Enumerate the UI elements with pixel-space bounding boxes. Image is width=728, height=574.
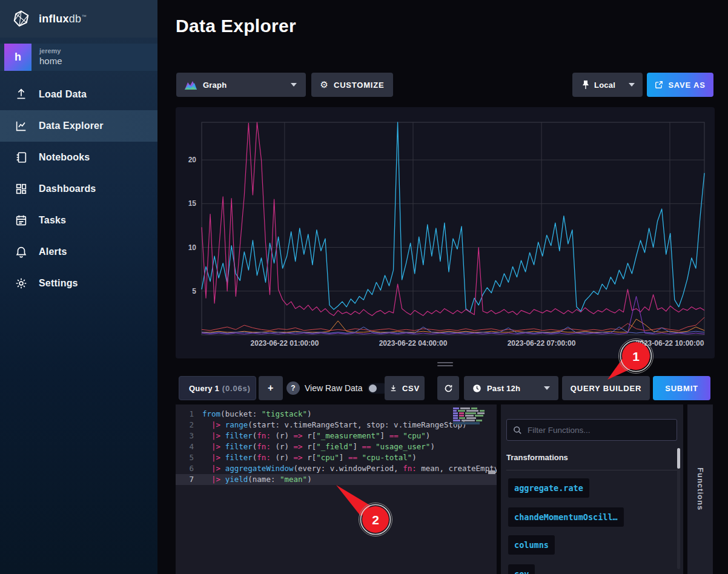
download-icon — [389, 384, 397, 392]
time-range-dropdown[interactable]: Past 12h — [464, 376, 558, 400]
code-line-4: 4 |> filter(fn: (r) => r["_field"] == "u… — [176, 441, 497, 452]
split-drag-handle[interactable] — [437, 362, 453, 368]
filter-functions-input[interactable] — [528, 426, 670, 435]
page-title: Data Explorer — [176, 16, 296, 36]
functions-section-title: Transformations — [506, 453, 568, 462]
refresh-icon — [444, 384, 453, 393]
save-as-button[interactable]: SAVE AS — [647, 73, 713, 97]
sidebar: influxdb™ h jeremy home Load DataData Ex… — [0, 0, 157, 574]
editor-minimap — [453, 407, 487, 426]
chevron-down-icon — [629, 83, 635, 87]
svg-text:20: 20 — [188, 156, 197, 164]
code-line-2: 2 |> range(start: v.timeRangeStart, stop… — [176, 420, 497, 431]
sidebar-item-alerts[interactable]: Alerts — [0, 236, 157, 268]
notebook-icon — [15, 151, 28, 164]
sidebar-item-label: Data Explorer — [39, 120, 104, 131]
function-chip-columns[interactable]: columns — [508, 535, 555, 555]
gear-icon — [15, 277, 28, 290]
sidebar-item-data-explorer[interactable]: Data Explorer — [0, 110, 157, 142]
code-line-1: 1from(bucket: "tigstack") — [176, 409, 497, 420]
svg-text:2023-06-22 07:00:00: 2023-06-22 07:00:00 — [508, 339, 576, 348]
calendar-icon — [15, 214, 28, 227]
export-icon — [655, 81, 663, 89]
code-line-7: 7 |> yield(name: "mean") — [176, 474, 497, 485]
query-duration: (0.06s) — [222, 384, 251, 393]
upload-icon — [15, 88, 28, 101]
brand-text: influxdb™ — [39, 13, 87, 25]
function-chip-chandeMomentumOscill[interactable]: chandeMomentumOscill… — [508, 507, 624, 527]
editor-scrollbar[interactable] — [488, 470, 495, 474]
search-icon — [513, 426, 522, 435]
graph-icon — [185, 81, 197, 90]
bell-icon — [15, 245, 28, 259]
svg-text:2023-06-22 01:00:00: 2023-06-22 01:00:00 — [251, 339, 319, 348]
view-type-label: Graph — [203, 81, 227, 90]
toggle-knob — [369, 384, 377, 392]
influxdb-cube-icon — [12, 10, 30, 28]
divider — [506, 470, 678, 470]
svg-text:15: 15 — [188, 199, 197, 208]
influxdb-logo[interactable]: influxdb™ — [0, 0, 157, 38]
line-chart-icon — [15, 119, 28, 133]
function-chip-aggregate.rate[interactable]: aggregate.rate — [508, 478, 589, 498]
customize-button[interactable]: ⚙ CUSTOMIZE — [311, 73, 393, 97]
sidebar-item-label: Dashboards — [39, 183, 96, 194]
code-line-5: 5 |> filter(fn: (r) => r["cpu"] == "cpu-… — [176, 452, 497, 463]
chart-panel[interactable]: 51015202023-06-22 01:00:002023-06-22 04:… — [176, 107, 715, 358]
chevron-down-icon — [544, 386, 550, 390]
chevron-down-icon — [291, 83, 297, 87]
sidebar-item-label: Load Data — [39, 89, 87, 100]
add-query-button[interactable]: + — [259, 376, 283, 400]
gear-icon: ⚙ — [320, 79, 328, 90]
functions-side-tab[interactable]: Functions — [687, 404, 713, 574]
user-org-switcher[interactable]: h jeremy home — [0, 44, 157, 71]
help-icon[interactable]: ? — [286, 381, 300, 395]
sidebar-item-label: Alerts — [39, 246, 67, 257]
user-name: jeremy — [39, 47, 62, 56]
code-line-3: 3 |> filter(fn: (r) => r["_measurement"]… — [176, 431, 497, 441]
svg-text:2023-06-22 04:00:00: 2023-06-22 04:00:00 — [379, 339, 448, 348]
grid-icon — [15, 182, 28, 196]
scope-dropdown[interactable]: Local — [572, 73, 643, 97]
filter-functions-search[interactable] — [506, 419, 677, 441]
avatar: h — [4, 44, 31, 71]
sidebar-item-settings[interactable]: Settings — [0, 268, 157, 299]
query-builder-button[interactable]: QUERY BUILDER — [562, 376, 650, 400]
view-type-dropdown[interactable]: Graph — [176, 73, 306, 97]
sidebar-item-label: Settings — [39, 278, 78, 289]
sidebar-item-label: Tasks — [39, 215, 66, 226]
sidebar-item-tasks[interactable]: Tasks — [0, 205, 157, 236]
svg-text:10: 10 — [188, 243, 197, 252]
function-chip-cov[interactable]: cov — [508, 564, 535, 574]
flux-code-editor[interactable]: 1from(bucket: "tigstack")2 |> range(star… — [176, 404, 497, 574]
sidebar-item-dashboards[interactable]: Dashboards — [0, 173, 157, 205]
org-name: home — [39, 56, 62, 67]
sidebar-item-notebooks[interactable]: Notebooks — [0, 142, 157, 173]
time-series-chart: 51015202023-06-22 01:00:002023-06-22 04:… — [176, 107, 715, 358]
sidebar-item-label: Notebooks — [39, 152, 90, 163]
functions-scrollbar[interactable] — [677, 448, 680, 569]
sidebar-item-load-data[interactable]: Load Data — [0, 79, 157, 110]
submit-button[interactable]: SUBMIT — [653, 376, 710, 400]
code-line-6: 6 |> aggregateWindow(every: v.windowPeri… — [176, 463, 497, 474]
refresh-button[interactable] — [437, 376, 459, 400]
csv-download-button[interactable]: CSV — [385, 376, 425, 400]
pin-icon — [582, 80, 589, 90]
svg-text:2023-06-22 10:00:00: 2023-06-22 10:00:00 — [636, 339, 704, 348]
view-raw-data-label: View Raw Data — [305, 383, 362, 393]
query-tab[interactable]: Query 1 (0.06s) — [179, 376, 256, 400]
functions-panel: Transformations aggregate.ratechandeMome… — [501, 404, 683, 574]
svg-text:5: 5 — [192, 287, 196, 295]
clock-icon — [472, 384, 481, 393]
